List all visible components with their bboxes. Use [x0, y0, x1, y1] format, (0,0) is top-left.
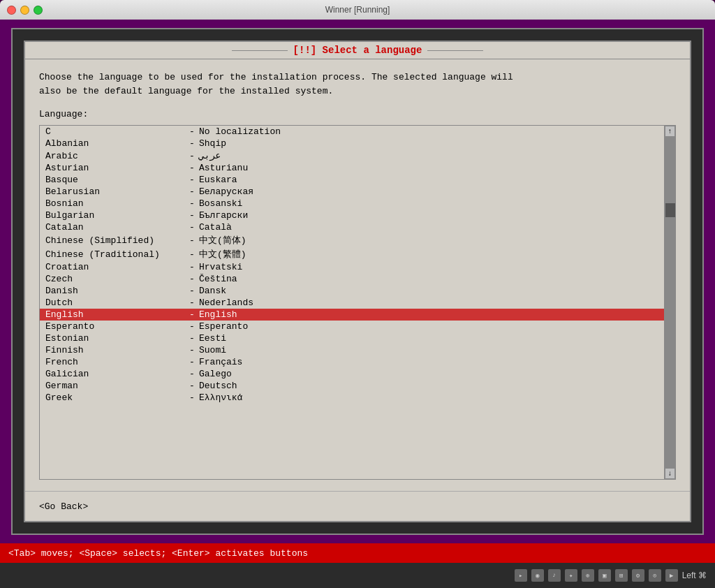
lang-sep: -: [185, 274, 199, 284]
language-row[interactable]: Chinese (Simplified)-中文(简体): [40, 233, 664, 247]
lang-native: Suomi: [199, 345, 226, 355]
language-row[interactable]: Bosnian-Bosanski: [40, 198, 664, 210]
lang-name: English: [45, 309, 185, 320]
language-list-container: C-No localizationAlbanian-ShqipArabic-عر…: [39, 125, 676, 480]
language-row[interactable]: Dutch-Nederlands: [40, 297, 664, 309]
titlebar-buttons: [7, 6, 43, 15]
scroll-up-arrow[interactable]: ↑: [665, 126, 675, 137]
language-row[interactable]: German-Deutsch: [40, 380, 664, 392]
language-label: Language:: [39, 109, 676, 119]
lang-name: Asturian: [45, 163, 185, 173]
language-row[interactable]: English-English: [40, 309, 664, 321]
lang-native: Български: [199, 210, 248, 221]
lang-name: Esperanto: [45, 321, 185, 332]
lang-sep: -: [185, 151, 199, 161]
lang-name: Chinese (Simplified): [45, 235, 185, 246]
lang-sep: -: [185, 286, 199, 296]
language-row[interactable]: Czech-Čeština: [40, 273, 664, 285]
lang-name: Albanian: [45, 138, 185, 149]
lang-name: Estonian: [45, 333, 185, 344]
lang-native: Shqip: [199, 138, 226, 149]
lang-sep: -: [185, 186, 199, 197]
language-row[interactable]: Croatian-Hrvatski: [40, 261, 664, 273]
lang-name: Galician: [45, 369, 185, 379]
titlebar: Winner [Running]: [0, 0, 715, 20]
battery-icon: ◉: [531, 569, 544, 582]
language-row[interactable]: Galician-Galego: [40, 368, 664, 380]
language-row[interactable]: Albanian-Shqip: [40, 138, 664, 149]
language-row[interactable]: Belarusian-Беларуская: [40, 186, 664, 198]
language-row[interactable]: Arabic-عربي: [40, 149, 664, 162]
terminal-window: [!!] Select a language Choose the langua…: [11, 28, 704, 535]
display-icon: ▣: [598, 569, 611, 582]
scrollbar-track: [665, 137, 675, 468]
lang-name: Belarusian: [45, 186, 185, 197]
language-row[interactable]: Estonian-Eesti: [40, 332, 664, 344]
lang-sep: -: [185, 222, 199, 233]
lang-native: English: [199, 309, 237, 320]
language-row[interactable]: Bulgarian-Български: [40, 210, 664, 221]
lang-sep: -: [185, 333, 199, 344]
lang-sep: -: [185, 249, 199, 260]
lang-sep: -: [185, 369, 199, 379]
settings-icon: ⚙: [632, 569, 644, 582]
window-title: Winner [Running]: [325, 5, 390, 15]
scrollbar-thumb[interactable]: [665, 203, 675, 217]
dialog-title-bar: [!!] Select a language: [25, 42, 690, 59]
main-area: [!!] Select a language Choose the langua…: [0, 20, 715, 543]
lang-native: Euskara: [199, 175, 237, 185]
language-row[interactable]: Asturian-Asturianu: [40, 162, 664, 174]
lang-native: Bosanski: [199, 198, 242, 209]
language-row[interactable]: Greek-Ελληνικά: [40, 392, 664, 404]
lang-sep: -: [185, 321, 199, 332]
dialog-footer: <Go Back>: [25, 491, 690, 521]
keyboard-text: Left ⌘: [682, 571, 707, 580]
language-list[interactable]: C-No localizationAlbanian-ShqipArabic-عر…: [40, 126, 664, 479]
lang-name: Catalan: [45, 222, 185, 233]
bluetooth-icon: ✦: [565, 569, 577, 582]
lang-sep: -: [185, 163, 199, 173]
language-row[interactable]: C-No localization: [40, 126, 664, 138]
lang-native: Eesti: [199, 333, 226, 344]
lang-native: Deutsch: [199, 381, 237, 391]
language-row[interactable]: Catalan-Català: [40, 221, 664, 233]
language-row[interactable]: French-Français: [40, 356, 664, 368]
lang-name: Finnish: [45, 345, 185, 355]
language-row[interactable]: Esperanto-Esperanto: [40, 321, 664, 332]
title-decoration-right: [427, 50, 483, 51]
bottom-bar: ▸ ◉ ♪ ✦ ⊕ ▣ ⊞ ⚙ ⊙ ▶ Left ⌘: [0, 563, 715, 588]
lang-name: Bulgarian: [45, 210, 185, 221]
language-row[interactable]: Chinese (Traditional)-中文(繁體): [40, 247, 664, 261]
lang-sep: -: [185, 210, 199, 221]
lang-native: Galego: [199, 369, 232, 379]
language-row[interactable]: Finnish-Suomi: [40, 344, 664, 356]
dialog-title: [!!] Select a language: [293, 45, 422, 56]
apps-icon: ⊞: [615, 569, 628, 582]
lang-native: عربي: [199, 150, 221, 161]
lang-native: Dansk: [199, 286, 226, 296]
lang-name: C: [45, 126, 185, 137]
title-decoration-left: [232, 50, 288, 51]
lang-name: Chinese (Traditional): [45, 249, 185, 260]
scrollbar[interactable]: ↑ ↓: [664, 126, 675, 479]
minimize-button[interactable]: [20, 6, 29, 15]
scroll-down-arrow[interactable]: ↓: [665, 468, 675, 479]
lang-native: Asturianu: [199, 163, 248, 173]
lang-sep: -: [185, 309, 199, 320]
go-back-button[interactable]: <Go Back>: [39, 501, 88, 512]
status-text: <Tab> moves; <Space> selects; <Enter> ac…: [8, 548, 308, 559]
lang-sep: -: [185, 381, 199, 391]
arrow-icon: ▶: [665, 569, 678, 582]
lang-sep: -: [185, 235, 199, 246]
maximize-button[interactable]: [34, 6, 43, 15]
time-icon: ⊙: [649, 569, 661, 582]
language-row[interactable]: Danish-Dansk: [40, 285, 664, 297]
lang-native: 中文(繁體): [199, 248, 246, 260]
language-row[interactable]: Basque-Euskara: [40, 174, 664, 186]
lang-name: Basque: [45, 175, 185, 185]
close-button[interactable]: [7, 6, 16, 15]
lang-native: 中文(简体): [199, 234, 246, 247]
lang-native: Čeština: [199, 274, 237, 284]
lang-native: Català: [199, 222, 232, 233]
dialog-box: [!!] Select a language Choose the langua…: [24, 41, 691, 522]
